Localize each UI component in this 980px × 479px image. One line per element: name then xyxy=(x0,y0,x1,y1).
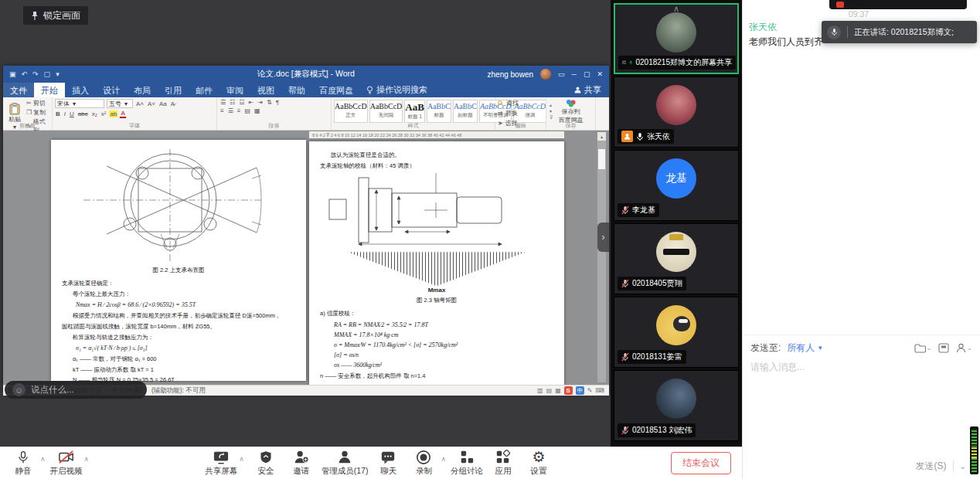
document-page-right[interactable]: 故认为滚轮直径是合适的。 支承滚轮轴的校核（材料：45 调质） xyxy=(309,141,564,385)
font-size-select[interactable]: 五号▾ xyxy=(107,99,133,108)
save-to-baidu-button[interactable]: 保存到 百度网盘 xyxy=(549,99,593,124)
share-options-chevron[interactable]: ∧ xyxy=(239,455,244,463)
start-video-button[interactable]: 开启视频 xyxy=(50,450,83,477)
tab-review[interactable]: 审阅 xyxy=(219,83,250,97)
grow-font-button[interactable]: A˄ xyxy=(135,100,145,107)
tab-layout[interactable]: 布局 xyxy=(127,83,158,97)
settings-button[interactable]: ⚙ 设置 xyxy=(523,450,554,477)
scrollbar-thumb[interactable] xyxy=(598,149,605,169)
multilevel-list-icon[interactable]: ☳ xyxy=(238,99,245,106)
message-input[interactable] xyxy=(743,358,980,453)
participant-tile[interactable]: 02018405贾翔 xyxy=(614,223,739,294)
message-sender[interactable]: 张天依 xyxy=(749,21,777,34)
record-options-chevron[interactable]: ∧ xyxy=(441,455,446,463)
participant-tile[interactable]: 龙基 李龙基 xyxy=(614,150,739,221)
style-title[interactable]: AaBbC标题 xyxy=(427,100,451,123)
show-marks-icon[interactable]: ¶ xyxy=(275,99,280,106)
smiley-icon[interactable]: ☺ xyxy=(12,383,26,396)
mute-options-chevron[interactable]: ∧ xyxy=(40,455,46,463)
ime-language-icon[interactable]: 中 xyxy=(576,386,584,395)
clear-format-button[interactable]: A̷ xyxy=(170,100,175,107)
bold-button[interactable]: B xyxy=(55,110,61,117)
video-options-chevron[interactable]: ∧ xyxy=(84,455,90,463)
tab-design[interactable]: 设计 xyxy=(96,83,127,97)
minimize-icon[interactable]: ─ xyxy=(572,70,577,78)
tab-view[interactable]: 视图 xyxy=(250,83,281,97)
align-left-icon[interactable]: ≡ xyxy=(219,107,225,114)
numbered-list-icon[interactable]: ☷ xyxy=(229,99,236,106)
redo-icon[interactable]: ↷ xyxy=(32,70,39,78)
tab-home[interactable]: 开始 xyxy=(34,83,65,97)
sort-icon[interactable]: ⇅ xyxy=(266,99,273,106)
share-screen-button[interactable]: 共享屏幕 xyxy=(205,450,237,477)
chat-button[interactable]: 聊天 xyxy=(373,450,403,477)
qat-caret-icon[interactable]: ▾ xyxy=(56,70,60,78)
read-mode-icon[interactable]: ▥ xyxy=(537,387,543,394)
screenshot-button[interactable] xyxy=(938,343,949,353)
maximize-icon[interactable]: ▢ xyxy=(584,70,590,78)
cut-button[interactable]: ✂剪切 xyxy=(26,99,49,107)
ribbon-display-icon[interactable]: ▭ xyxy=(558,70,565,78)
tab-references[interactable]: 引用 xyxy=(158,83,189,97)
lock-view-button[interactable]: 锁定画面 xyxy=(23,6,88,25)
breakout-rooms-button[interactable]: 分组讨论 xyxy=(451,450,483,477)
apps-button[interactable]: 应用 xyxy=(488,450,519,477)
ime-pen-icon[interactable]: ✎ xyxy=(587,387,593,394)
scroll-up-chevron-icon[interactable]: ∧ xyxy=(673,4,679,14)
subscript-button[interactable]: x₂ xyxy=(91,110,98,117)
record-button[interactable]: 录制 xyxy=(408,450,439,477)
style-heading1[interactable]: AaB标题 1 xyxy=(404,100,425,123)
participant-tile[interactable]: 02018131姜雷 xyxy=(614,297,739,368)
new-doc-icon[interactable]: ▢ xyxy=(44,70,51,78)
increase-indent-icon[interactable]: ⇥ xyxy=(257,99,264,106)
align-right-icon[interactable]: ≡ xyxy=(236,107,242,114)
save-icon[interactable]: ▣ xyxy=(9,70,16,78)
accessibility-status[interactable]: (辅助功能): 不可用 xyxy=(151,386,206,396)
close-icon[interactable]: ✕ xyxy=(597,70,603,78)
end-meeting-button[interactable]: 结束会议 xyxy=(671,452,731,474)
horizontal-ruler[interactable]: 8 6 4 2 ᐁ 2 4 6 8 10 12 14 16 18 20 22 2… xyxy=(309,131,564,138)
mute-button[interactable]: 静音 xyxy=(8,450,39,477)
decrease-indent-icon[interactable]: ⇤ xyxy=(248,99,255,106)
undo-icon[interactable]: ↶ xyxy=(22,70,28,78)
shading-icon[interactable]: ▤ xyxy=(244,107,252,114)
tell-me-search[interactable]: 操作说明搜索 xyxy=(360,83,434,97)
scroll-up-icon[interactable]: ▲ xyxy=(597,132,606,141)
style-subtitle[interactable]: AaBbC副标题 xyxy=(453,100,478,123)
file-attach-button[interactable]: ⌄ xyxy=(914,343,932,353)
bullet-list-icon[interactable]: ☰ xyxy=(219,99,226,106)
underline-button[interactable]: U xyxy=(69,110,75,117)
copy-button[interactable]: ❐复制 xyxy=(26,108,49,117)
document-page-left[interactable]: 图 2.2 上支承布置图 支承滚轮直径确定： 每个滚轮上最大压力： Nmax =… xyxy=(51,140,306,381)
account-avatar[interactable] xyxy=(540,69,551,80)
italic-button[interactable]: I xyxy=(63,110,66,117)
tab-baidu-netdisk[interactable]: 百度网盘 xyxy=(312,83,360,97)
participant-tile[interactable]: 张天依 xyxy=(614,76,739,148)
invite-button[interactable]: 邀请 xyxy=(286,450,317,477)
strikethrough-button[interactable]: abc xyxy=(77,110,89,117)
style-normal[interactable]: AaBbCcD正文 xyxy=(334,100,368,123)
security-button[interactable]: 安全 xyxy=(250,450,281,477)
tab-mailings[interactable]: 邮件 xyxy=(189,83,219,97)
find-button[interactable]: 查找 xyxy=(498,99,543,107)
style-no-spacing[interactable]: AaBbCcD无间隔 xyxy=(369,100,403,123)
ime-keyboard-icon[interactable]: ⌨ xyxy=(595,387,604,394)
tab-file[interactable]: 文件 xyxy=(3,83,34,97)
send-options-chevron-icon[interactable]: ⌄ xyxy=(960,462,966,471)
document-scrollbar[interactable]: ▲ xyxy=(597,132,606,382)
next-page-flipper[interactable]: › xyxy=(597,223,609,252)
font-color-button[interactable]: A xyxy=(120,110,125,118)
sogou-ime-icon[interactable]: S xyxy=(564,386,573,395)
comment-bar[interactable]: ☺ 说点什么... xyxy=(5,381,147,399)
manage-members-button[interactable]: 管理成员(17) xyxy=(322,450,369,477)
audience-caret-icon[interactable]: ▼ xyxy=(817,345,823,352)
superscript-button[interactable]: x² xyxy=(100,110,107,117)
share-button[interactable]: 共享 xyxy=(574,83,609,97)
highlight-button[interactable]: ab xyxy=(109,110,117,117)
mention-member-button[interactable]: ⌄ xyxy=(956,343,972,353)
print-layout-icon[interactable]: ▤ xyxy=(546,387,553,394)
shrink-font-button[interactable]: A˅ xyxy=(147,100,156,107)
scroll-down-chevron-icon[interactable]: ∨ xyxy=(673,426,679,437)
tab-help[interactable]: 帮助 xyxy=(281,83,312,97)
send-button[interactable]: 发送(S) xyxy=(916,460,947,473)
